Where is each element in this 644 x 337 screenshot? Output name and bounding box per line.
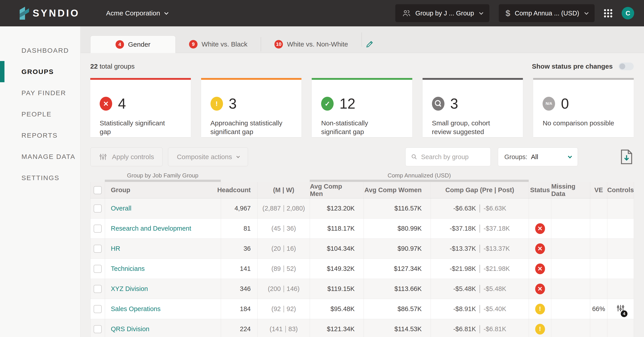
select-all-checkbox[interactable] <box>94 186 102 194</box>
sidebar-item-groups[interactable]: GROUPS <box>0 61 80 82</box>
group-link[interactable]: QRS Division <box>111 326 149 333</box>
group-link[interactable]: HR <box>111 245 120 252</box>
syndio-logo[interactable]: SYNDIO <box>20 7 80 20</box>
group-link[interactable]: Overall <box>111 205 132 212</box>
row-checkbox[interactable] <box>94 224 102 233</box>
card-accent-bar <box>533 78 634 80</box>
column-header-avg-comp-men[interactable]: Avg Comp Men <box>310 182 364 198</box>
chevron-down-icon <box>164 10 168 14</box>
card-status-icon <box>432 97 444 110</box>
row-controls-icon[interactable]: 4 <box>616 304 625 314</box>
table-row-technicians[interactable]: Technicians 141 (8952) $149.32K $127.34K… <box>90 259 634 279</box>
content: 22 total groups Show status pre changes … <box>80 59 644 337</box>
table-row-hr[interactable]: HR 36 (2016) $104.34K $90.97K -$13.37K-$… <box>90 239 634 259</box>
headcount-value: 4,967 <box>234 205 251 212</box>
comp-gap-value: -$13.37K-$13.37K <box>431 239 529 258</box>
column-header-status[interactable]: Status <box>529 182 551 198</box>
column-header-mw[interactable]: (M | W) <box>258 182 310 198</box>
men-women-split: (2,8872,080) <box>258 198 310 218</box>
app-grid-icon[interactable] <box>604 9 612 18</box>
table-row-xyz-division[interactable]: XYZ Division 346 (200146) $119.15K $113.… <box>90 279 634 299</box>
groups-filter-dropdown[interactable]: Groups: All <box>498 148 578 166</box>
apply-controls-button[interactable]: Apply controls <box>90 148 163 166</box>
men-women-split: (8952) <box>258 259 310 279</box>
status-icon: ✕ <box>535 284 545 294</box>
sidebar-item-label: MANAGE DATA <box>22 153 75 160</box>
sidebar-item-pay-finder[interactable]: PAY FINDER <box>0 82 80 104</box>
tab-white-vs-black[interactable]: 9 White vs. Black <box>176 36 261 53</box>
row-checkbox[interactable] <box>94 285 102 293</box>
card-status-icon: N/A <box>542 97 555 110</box>
card-count: 4 <box>118 96 126 112</box>
ve-value: 66% <box>592 305 605 313</box>
table-row-sales-operations[interactable]: Sales Operations 184 (9292) $95.48K $86.… <box>90 299 634 319</box>
tab-bar: 4 Gender 9 White vs. Black 10 White vs. … <box>80 26 644 53</box>
org-switcher[interactable]: Acme Corporation <box>106 10 168 17</box>
table-row-research-and-development[interactable]: Research and Development 81 (4536) $118.… <box>90 218 634 239</box>
card-count: 3 <box>229 96 237 112</box>
avg-comp-women-value: $127.34K <box>394 265 422 272</box>
column-header-avg-comp-women[interactable]: Avg Comp Women <box>364 182 431 198</box>
column-header-group[interactable]: Group <box>105 182 221 198</box>
sidebar-item-label: SETTINGS <box>22 174 60 182</box>
card-count: 3 <box>450 96 458 112</box>
card-accent-bar <box>90 78 191 80</box>
search-input[interactable] <box>421 153 485 161</box>
card-label: Approaching statistically significant ga… <box>210 119 288 136</box>
sidebar-item-dashboard[interactable]: DASHBOARD <box>0 40 80 61</box>
column-header-ve[interactable]: VE <box>590 182 607 198</box>
sidebar-item-reports[interactable]: REPORTS <box>0 125 80 146</box>
sidebar-item-manage-data[interactable]: MANAGE DATA <box>0 146 80 167</box>
men-women-split: (14183) <box>258 319 310 337</box>
table-row-qrs-division[interactable]: QRS Division 224 (14183) $121.34K $114.5… <box>90 319 634 337</box>
currency-dropdown[interactable]: $ Comp Annua ... (USD) <box>499 4 594 22</box>
sidebar-item-people[interactable]: PEOPLE <box>0 104 80 125</box>
column-header-headcount[interactable]: Headcount <box>221 182 258 198</box>
row-checkbox[interactable] <box>94 325 102 333</box>
avg-comp-men-value: $123.20K <box>327 205 354 212</box>
tab-gender[interactable]: 4 Gender <box>90 36 176 53</box>
sidebar-item-settings[interactable]: SETTINGS <box>0 167 80 188</box>
column-header-comp-gap[interactable]: Comp Gap (Pre | Post) <box>431 182 529 198</box>
user-avatar[interactable]: C <box>622 7 634 20</box>
group-link[interactable]: Sales Operations <box>111 305 160 313</box>
group-link[interactable]: Research and Development <box>111 225 191 232</box>
column-header-controls[interactable]: Controls <box>607 182 634 198</box>
total-groups-count: 22 <box>90 62 98 70</box>
card-accent-bar <box>312 78 412 80</box>
status-card-approaching-statistically-significant-gap: ! 3 Approaching statistically significan… <box>201 78 302 137</box>
tab-count-badge: 4 <box>116 40 124 49</box>
download-button[interactable] <box>620 149 634 165</box>
group-link[interactable]: Technicians <box>111 265 145 272</box>
row-checkbox[interactable] <box>94 305 102 313</box>
row-checkbox[interactable] <box>94 204 102 212</box>
status-cards: ✕ 4 Statistically significant gap ! 3 Ap… <box>90 78 634 137</box>
apply-controls-label: Apply controls <box>112 153 154 161</box>
group-by-dropdown[interactable]: Group by J ... Group <box>395 4 490 22</box>
group-link[interactable]: XYZ Division <box>111 285 148 292</box>
headcount-value: 141 <box>240 265 251 272</box>
sidebar-item-label: DASHBOARD <box>22 47 69 54</box>
row-checkbox[interactable] <box>94 245 102 253</box>
search-icon <box>411 153 418 161</box>
download-icon <box>620 150 633 164</box>
syndio-logo-text: SYNDIO <box>32 8 80 19</box>
column-header-missing-data[interactable]: Missing Data <box>551 182 590 198</box>
composite-actions-dropdown[interactable]: Composite actions <box>168 148 248 166</box>
show-status-pre-changes-toggle[interactable] <box>618 62 634 70</box>
edit-tabs-button[interactable] <box>362 35 378 53</box>
dollar-icon: $ <box>506 8 510 18</box>
avg-comp-women-value: $113.66K <box>394 285 422 292</box>
left-column-group-label: Group by Job Family Group <box>127 172 198 179</box>
org-name: Acme Corporation <box>106 10 160 17</box>
topbar-right: Group by J ... Group $ Comp Annua ... (U… <box>395 4 634 22</box>
chevron-down-icon <box>568 154 572 158</box>
table-row-overall[interactable]: Overall 4,967 (2,8872,080) $123.20K $116… <box>90 198 634 218</box>
status-card-statistically-significant-gap: ✕ 4 Statistically significant gap <box>90 78 191 137</box>
row-checkbox[interactable] <box>94 265 102 273</box>
status-card-small-group-cohort-review-suggested: 3 Small group, cohort review suggested <box>422 78 523 137</box>
tab-count-badge: 10 <box>274 40 283 48</box>
headcount-value: 36 <box>244 245 251 252</box>
comp-gap-value: -$21.98K-$21.98K <box>431 259 529 279</box>
tab-white-vs-non-white[interactable]: 10 White vs. Non-White <box>261 36 361 53</box>
